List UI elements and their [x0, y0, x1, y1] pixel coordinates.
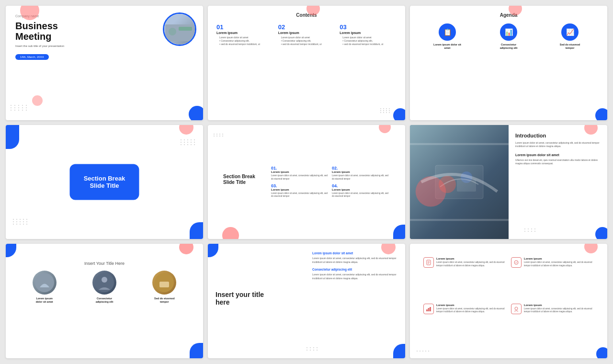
deco-dots — [417, 351, 430, 352]
slide-7: Insert Your Title Here Lorem ipsumdolor … — [6, 244, 203, 358]
deco-pink-mid — [32, 95, 43, 106]
circle-photo-3 — [152, 271, 176, 295]
s9-item-text-1: Lorem ipsum Lorem ipsum dolor sit amet, … — [436, 257, 506, 267]
circle-photo-2 — [92, 271, 116, 295]
body-text-2: Lorem ipsum dolor sit amet, consectetur … — [312, 273, 398, 280]
subtitle-text: Insert the sub title of your presentatio… — [15, 45, 193, 47]
deco-dots — [524, 228, 536, 232]
svg-point-9 — [102, 277, 107, 283]
col-1: 01 Lorem ipsum Lorem ipsum dolor sit ame… — [216, 23, 273, 46]
photo-circle — [163, 12, 196, 46]
deco-blue-br — [190, 222, 203, 239]
agenda-item-2: 📊 Consectetur adipiscing elit — [494, 23, 523, 50]
circle-item-3: Sed do eiusmodtempor — [148, 271, 181, 304]
s5-title-2: Lorem ipsum — [332, 171, 390, 173]
deco-pink-bl — [222, 227, 239, 239]
slide-grid: Company name BusinessMeeting Insert the … — [0, 0, 613, 364]
s9-icon-row-1: Lorem ipsum Lorem ipsum dolor sit amet, … — [423, 257, 506, 268]
s8-left: Insert your titlehere — [216, 291, 273, 312]
photo-placeholder — [164, 14, 195, 45]
slide-3: Agenda 📋 Lorem ipsum dolor sit amet 📊 Co… — [410, 6, 607, 120]
col-text-2: Lorem ipsum dolor sit amet• Consectetur … — [281, 36, 335, 46]
agenda-icon-2: 📊 — [500, 23, 517, 41]
s5-num-1: 01. — [271, 166, 329, 171]
col-title-2: Lorem ipsum — [278, 31, 335, 34]
s9-desc-1: Lorem ipsum dolor sit amet, consectetur … — [436, 261, 506, 267]
date-badge: 14th, March, 20XX — [15, 54, 49, 60]
s9-title-1: Lorem ipsum — [436, 257, 506, 260]
s9-item-text-3: Lorem ipsum Lorem ipsum dolor sit amet, … — [436, 304, 506, 314]
slide-9: Lorem ipsum Lorem ipsum dolor sit amet, … — [410, 244, 607, 358]
deco-blue-br — [596, 347, 607, 358]
s5-title-3: Lorem ipsum — [271, 188, 329, 191]
s5-left: Section BreakSlide Title — [223, 138, 266, 226]
circle-item-1: Lorem ipsumdolor sit amet — [28, 271, 61, 304]
num-3: 03 — [340, 23, 397, 31]
col-title-1: Lorem ipsum — [216, 31, 273, 34]
s5-section-title: Section BreakSlide Title — [223, 174, 261, 185]
deco-dots — [214, 134, 224, 136]
deco-dots — [11, 105, 28, 111]
deco-blue-br — [595, 227, 607, 239]
deco-dots-tr — [181, 139, 196, 145]
circles-row: Lorem ipsumdolor sit amet Consecteturadi… — [14, 271, 194, 304]
s9-grid: Lorem ipsum Lorem ipsum dolor sit amet, … — [417, 250, 601, 352]
deco-blue-tl — [208, 244, 218, 257]
svg-rect-17 — [426, 309, 428, 311]
agenda-label-3: Sed do eiusmod tempor — [556, 43, 584, 50]
svg-point-4 — [439, 176, 456, 193]
intro-sub-text: Ullamco est nisi deserunt, quis nostrud … — [515, 159, 601, 166]
section-break-title: Section BreakSlide Title — [84, 174, 125, 189]
photo-inner — [410, 125, 509, 239]
deco-pink-circle — [20, 6, 39, 20]
company-label: Company name — [15, 14, 193, 18]
s9-item-3: Lorem ipsum Lorem ipsum dolor sit amet, … — [423, 304, 506, 345]
agenda-label-1: Lorem ipsum dolor sit amet — [433, 43, 462, 50]
s9-title-2: Lorem ipsum — [524, 257, 594, 260]
s5-item-1: 01. Lorem ipsum Lorem ipsum dolor sit am… — [271, 166, 329, 181]
agenda-icons: 📋 Lorem ipsum dolor sit amet 📊 Consectet… — [417, 23, 601, 50]
agenda-item-1: 📋 Lorem ipsum dolor sit amet — [433, 23, 462, 50]
agenda-heading: Agenda — [417, 12, 601, 18]
intro-text: Lorem ipsum dolor sit amet, consectetur … — [515, 141, 601, 148]
col-2: 02 Lorem ipsum Lorem ipsum dolor sit ame… — [278, 23, 335, 46]
s5-num-3: 03. — [271, 183, 329, 188]
s5-text-3: Lorem ipsum dolor sit amet, consectetur … — [271, 192, 329, 198]
intro-photo — [410, 125, 509, 239]
svg-rect-3 — [435, 165, 483, 199]
s9-title-3: Lorem ipsum — [436, 304, 506, 307]
deco-dots — [306, 347, 318, 351]
s9-desc-3: Lorem ipsum dolor sit amet, consectetur … — [436, 307, 506, 314]
svg-rect-19 — [430, 307, 431, 311]
s5-num-2: 02. — [332, 166, 390, 171]
svg-rect-6 — [457, 180, 476, 192]
svg-rect-2 — [179, 27, 192, 31]
svg-rect-7 — [35, 273, 54, 292]
circle-photo-1 — [33, 271, 57, 295]
s9-desc-4: Lorem ipsum dolor sit amet, consectetur … — [524, 307, 594, 314]
s9-icon-4 — [511, 304, 522, 314]
deco-blue-br — [189, 106, 203, 120]
big-title: Insert your titlehere — [216, 291, 273, 307]
body-text-1: Lorem ipsum dolor sit amet, consectetur … — [312, 257, 398, 264]
circle-label-1: Lorem ipsumdolor sit amet — [28, 297, 61, 304]
s5-num-4: 04. — [332, 183, 390, 188]
highlight1: Lorem ipsum dolor sit amet — [312, 251, 398, 255]
s5-item-4: 04. Lorem ipsum Lorem ipsum dolor sit am… — [332, 183, 390, 198]
num-2: 02 — [278, 23, 335, 31]
deco-dots — [380, 108, 391, 113]
svg-point-16 — [514, 261, 518, 264]
intro-sub-title: Lorem ipsum dolor sit amet — [515, 153, 601, 157]
col-text-3: Lorem ipsum dolor sit amet• Consectetur … — [342, 36, 397, 46]
s9-item-text-2: Lorem ipsum Lorem ipsum dolor sit amet, … — [524, 257, 594, 267]
s5-item-2: 02. Lorem ipsum Lorem ipsum dolor sit am… — [332, 166, 390, 181]
s5-title-1: Lorem ipsum — [271, 171, 329, 173]
deco-dots-bl — [13, 219, 28, 225]
s5-text-4: Lorem ipsum dolor sit amet, consectetur … — [332, 192, 390, 198]
agenda-item-3: 📈 Sed do eiusmod tempor — [556, 23, 584, 50]
intro-right: Introduction Lorem ipsum dolor sit amet,… — [509, 125, 607, 239]
slide7-heading: Insert Your Title Here — [14, 251, 194, 266]
s9-item-4: Lorem ipsum Lorem ipsum dolor sit amet, … — [511, 304, 594, 345]
s9-icon-row-4: Lorem ipsum Lorem ipsum dolor sit amet, … — [511, 304, 594, 314]
slide-8: Insert your titlehere Lorem ipsum dolor … — [208, 244, 405, 358]
